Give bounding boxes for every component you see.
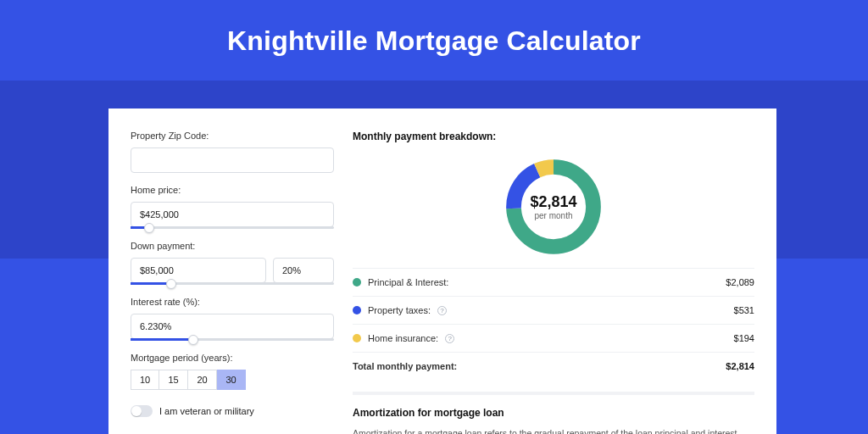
info-icon[interactable]: ? bbox=[437, 306, 447, 315]
page-title: Knightville Mortgage Calculator bbox=[0, 0, 868, 72]
home-price-input[interactable]: $425,000 bbox=[131, 202, 334, 227]
rate-label: Interest rate (%): bbox=[131, 297, 334, 307]
line-label: Property taxes: bbox=[368, 305, 431, 315]
slider-thumb[interactable] bbox=[166, 279, 176, 289]
dot-icon bbox=[353, 306, 361, 314]
line-label: Home insurance: bbox=[368, 333, 438, 343]
donut-center-sub: per month bbox=[534, 211, 572, 220]
donut-center-value: $2,814 bbox=[530, 193, 576, 211]
rate-group: Interest rate (%): 6.230% bbox=[131, 297, 334, 341]
slider-thumb[interactable] bbox=[144, 223, 154, 233]
amortization-text: Amortization for a mortgage loan refers … bbox=[353, 427, 754, 434]
period-option-20[interactable]: 20 bbox=[188, 370, 217, 390]
donut-wrap: $2,814 per month bbox=[353, 151, 754, 268]
total-value: $2,814 bbox=[726, 361, 754, 371]
down-payment-pct-input[interactable]: 20% bbox=[273, 258, 334, 283]
period-group: Mortgage period (years): 10 15 20 30 bbox=[131, 353, 334, 390]
down-payment-input[interactable]: $85,000 bbox=[131, 258, 266, 283]
down-payment-slider[interactable] bbox=[131, 282, 334, 285]
zip-input[interactable] bbox=[131, 147, 334, 173]
form-panel: Property Zip Code: Home price: $425,000 … bbox=[131, 131, 334, 434]
home-price-group: Home price: $425,000 bbox=[131, 185, 334, 229]
down-payment-group: Down payment: $85,000 20% bbox=[131, 241, 334, 285]
period-label: Mortgage period (years): bbox=[131, 353, 334, 363]
period-option-15[interactable]: 15 bbox=[159, 370, 188, 390]
period-segment: 10 15 20 30 bbox=[131, 370, 334, 390]
amortization-title: Amortization for mortgage loan bbox=[353, 407, 754, 419]
period-option-30[interactable]: 30 bbox=[217, 370, 246, 390]
veteran-toggle[interactable] bbox=[131, 405, 153, 417]
slider-fill bbox=[131, 338, 193, 341]
calculator-card: Property Zip Code: Home price: $425,000 … bbox=[108, 108, 776, 434]
line-value: $2,089 bbox=[726, 277, 754, 287]
down-payment-label: Down payment: bbox=[131, 241, 334, 251]
zip-group: Property Zip Code: bbox=[131, 131, 334, 173]
line-label: Principal & Interest: bbox=[368, 277, 448, 287]
dot-icon bbox=[353, 278, 361, 287]
slider-thumb[interactable] bbox=[188, 335, 198, 345]
line-value: $194 bbox=[734, 333, 754, 343]
breakdown-title: Monthly payment breakdown: bbox=[353, 131, 754, 142]
home-price-label: Home price: bbox=[131, 185, 334, 195]
rate-slider[interactable] bbox=[131, 338, 334, 341]
total-label: Total monthly payment: bbox=[353, 361, 457, 371]
donut-chart: $2,814 per month bbox=[501, 154, 606, 259]
amortization-section: Amortization for mortgage loan Amortizat… bbox=[353, 392, 754, 434]
rate-input[interactable]: 6.230% bbox=[131, 314, 334, 339]
line-taxes: Property taxes: ? $531 bbox=[353, 296, 754, 324]
line-total: Total monthly payment: $2,814 bbox=[353, 352, 754, 380]
line-principal: Principal & Interest: $2,089 bbox=[353, 268, 754, 296]
slider-fill bbox=[131, 282, 171, 285]
info-icon[interactable]: ? bbox=[445, 334, 454, 343]
veteran-label: I am veteran or military bbox=[159, 406, 254, 416]
home-price-slider[interactable] bbox=[131, 226, 334, 229]
zip-label: Property Zip Code: bbox=[131, 131, 334, 141]
period-option-10[interactable]: 10 bbox=[131, 370, 159, 390]
dot-icon bbox=[353, 334, 361, 342]
line-insurance: Home insurance: ? $194 bbox=[353, 324, 754, 352]
donut-center: $2,814 per month bbox=[501, 154, 606, 259]
line-value: $531 bbox=[734, 305, 754, 315]
breakdown-panel: Monthly payment breakdown: $2,814 per mo… bbox=[353, 131, 754, 434]
veteran-row: I am veteran or military bbox=[131, 405, 334, 417]
